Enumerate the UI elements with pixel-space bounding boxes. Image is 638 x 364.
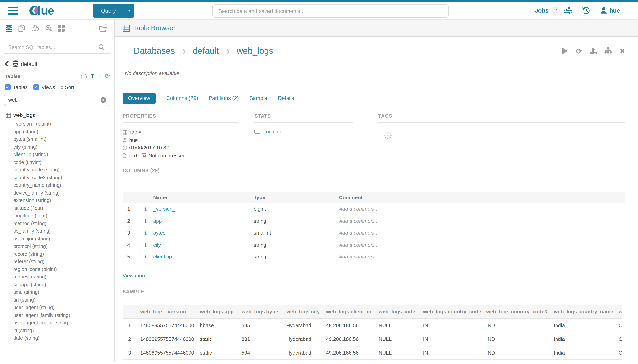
views-checkbox-label[interactable]: Views	[42, 84, 55, 90]
column-comment-placeholder[interactable]: Add a comment...	[339, 254, 625, 260]
breadcrumb-table[interactable]: web_logs	[237, 46, 273, 56]
assist-column-item[interactable]: country_name (string)	[4, 182, 110, 189]
column-name-link[interactable]: bytes	[153, 230, 165, 236]
close-icon[interactable]: ✖	[619, 47, 625, 55]
column-comment-placeholder[interactable]: Add a comment...	[339, 206, 625, 212]
assist-search-input[interactable]	[4, 41, 93, 53]
column-comment-placeholder[interactable]: Add a comment...	[339, 230, 625, 236]
tab-sample[interactable]: Sample	[249, 92, 268, 104]
hue-logo[interactable]: ue	[29, 4, 67, 17]
assist-column-item[interactable]: os_major (string)	[4, 235, 110, 243]
add-table-icon[interactable]: +	[98, 72, 102, 80]
lineage-sitemap-icon[interactable]	[605, 48, 612, 54]
assist-table-item[interactable]: web_logs	[4, 111, 110, 119]
assist-column-item[interactable]: user_agent_major (string)	[4, 319, 110, 327]
sample-column-header[interactable]: web_logs.city	[283, 305, 322, 318]
sample-column-header[interactable]: web_logs.client_ip	[322, 305, 375, 318]
view-more-link[interactable]: View more...	[123, 272, 151, 278]
column-comment-placeholder[interactable]: Add a comment...	[339, 242, 625, 248]
refresh-icon[interactable]: ⟳	[576, 47, 582, 55]
tables-checkbox-label[interactable]: Tables	[13, 84, 28, 90]
query-button-label[interactable]: Query	[93, 3, 124, 18]
hamburger-menu-icon[interactable]	[8, 5, 19, 16]
query-play-icon[interactable]	[562, 48, 568, 54]
column-name-link[interactable]: app	[153, 218, 162, 224]
user-chip[interactable]: hue	[600, 7, 620, 14]
sample-column-header[interactable]: web_logs.country_name	[550, 305, 615, 318]
assist-column-item[interactable]: time (string)	[4, 289, 110, 296]
sample-column-header[interactable]: web_logs.code	[375, 305, 419, 318]
assist-column-item[interactable]: extension (string)	[4, 197, 110, 204]
assist-column-item[interactable]: url (string)	[4, 296, 110, 304]
tab-columns[interactable]: Columns (29)	[166, 92, 198, 104]
content-scroll-area[interactable]: Databases ❯ default ❯ web_logs ⟳	[115, 37, 638, 362]
assist-column-item[interactable]: request (string)	[4, 274, 110, 281]
assist-column-item[interactable]: region_code (bigint)	[4, 266, 110, 274]
assist-column-item[interactable]: protocol (string)	[4, 243, 110, 250]
table-filter-input[interactable]	[8, 97, 101, 103]
column-info-icon[interactable]: i	[138, 242, 153, 248]
column-info-icon[interactable]: i	[138, 230, 153, 236]
assist-column-item[interactable]: code (tinyint)	[4, 159, 110, 166]
column-name-link[interactable]: _version_	[153, 206, 175, 212]
tab-overview[interactable]: Overview	[123, 92, 156, 104]
column-info-icon[interactable]: i	[138, 218, 153, 224]
sample-column-header[interactable]: web_logs.bytes	[238, 305, 283, 318]
assist-column-item[interactable]: id (string)	[4, 327, 110, 334]
sample-column-header[interactable]: web_logs._version_	[137, 305, 196, 318]
refresh-tables-icon[interactable]: ⟳	[105, 72, 110, 80]
assist-column-item[interactable]: latitude (float)	[4, 204, 110, 212]
assist-column-item[interactable]: bytes (smallint)	[4, 136, 110, 143]
jobs-count-badge[interactable]: 2	[551, 6, 560, 15]
assist-column-item[interactable]: device_family (string)	[4, 189, 110, 197]
tab-details[interactable]: Details	[278, 92, 294, 104]
column-info-icon[interactable]: i	[138, 254, 153, 260]
assist-column-item[interactable]: record (string)	[4, 250, 110, 258]
search-plus-icon[interactable]	[45, 24, 52, 32]
sample-column-header[interactable]: w	[615, 305, 622, 318]
assist-column-item[interactable]: user_agent_family (string)	[4, 312, 110, 319]
assist-column-item[interactable]: country_code3 (string)	[4, 174, 110, 182]
sql-assist-icon[interactable]	[6, 24, 12, 32]
sort-label[interactable]: Sort	[65, 84, 74, 90]
filter-funnel-icon[interactable]	[90, 73, 95, 79]
location-link[interactable]: Location	[263, 129, 282, 134]
documents-icon[interactable]	[18, 24, 25, 32]
cubes-icon[interactable]	[31, 24, 39, 32]
jobs-link[interactable]: Jobs	[535, 7, 549, 14]
history-icon[interactable]	[582, 6, 590, 14]
global-search-input[interactable]	[212, 4, 449, 18]
sample-column-header[interactable]: web_logs.app	[196, 305, 238, 318]
column-info-icon[interactable]: i	[138, 206, 153, 212]
views-checkbox[interactable]: ✓	[33, 84, 39, 90]
breadcrumb-databases[interactable]: Databases	[133, 46, 175, 56]
assist-column-item[interactable]: _version_ (bigint)	[4, 120, 110, 128]
query-dropdown-caret[interactable]: ▼	[124, 3, 134, 18]
apps-grid-icon[interactable]	[58, 25, 65, 32]
sample-column-header[interactable]: web_logs.country_code	[419, 305, 483, 318]
breadcrumb-database[interactable]: default	[193, 46, 219, 56]
back-chevron-icon[interactable]	[5, 61, 9, 67]
projects-folder-icon[interactable]	[99, 24, 107, 32]
assist-column-item[interactable]: method (string)	[4, 220, 110, 228]
assist-search-button[interactable]	[93, 41, 110, 53]
assist-column-item[interactable]: app (string)	[4, 128, 110, 136]
sample-column-header[interactable]: web_logs.country_code3	[483, 305, 550, 318]
clear-filter-icon[interactable]: ✕	[101, 97, 106, 102]
assist-column-item[interactable]: country_code (string)	[4, 166, 110, 174]
column-name-link[interactable]: city	[153, 242, 161, 248]
tables-checkbox[interactable]: ✓	[5, 84, 11, 90]
column-name-link[interactable]: client_ip	[153, 254, 172, 260]
assist-column-item[interactable]: user_agent (string)	[4, 304, 110, 312]
sliders-icon[interactable]	[564, 7, 572, 14]
query-button[interactable]: Query ▼	[93, 3, 134, 18]
assist-column-item[interactable]: longitude (float)	[4, 212, 110, 220]
assist-column-item[interactable]: subapp (string)	[4, 281, 110, 289]
assist-table-name[interactable]: web_logs	[13, 112, 35, 118]
assist-column-item[interactable]: client_ip (string)	[4, 151, 110, 159]
assist-column-item[interactable]: os_family (string)	[4, 228, 110, 235]
column-comment-placeholder[interactable]: Add a comment...	[339, 218, 625, 224]
database-name[interactable]: default	[21, 60, 37, 67]
assist-column-item[interactable]: date (string)	[4, 334, 110, 342]
tab-partitions[interactable]: Partitions (2)	[209, 92, 239, 104]
